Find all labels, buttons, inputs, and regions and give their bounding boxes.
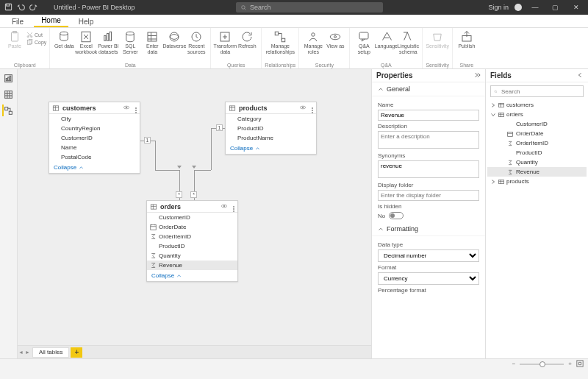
tree-table-customers[interactable]: customers xyxy=(487,100,587,110)
fields-search[interactable] xyxy=(490,85,584,97)
view-as-button[interactable]: View as xyxy=(324,30,346,49)
more-icon[interactable] xyxy=(135,103,137,113)
sensitivity-button[interactable]: Sensitivity xyxy=(426,30,448,49)
tree-table-products[interactable]: products xyxy=(487,177,587,186)
tree-field[interactable]: OrderDate xyxy=(487,129,587,138)
signin-link[interactable]: Sign in xyxy=(488,4,509,11)
avatar[interactable] xyxy=(514,4,522,11)
collapse-link[interactable]: Collapse xyxy=(147,270,237,281)
model-view-button[interactable] xyxy=(2,105,14,116)
field[interactable]: ProductName xyxy=(226,133,316,143)
pbi-datasets-button[interactable]: Power BI datasets xyxy=(97,30,119,54)
undo-icon[interactable] xyxy=(17,3,25,13)
table-icon xyxy=(498,179,504,185)
tree-table-orders[interactable]: orders xyxy=(487,110,587,119)
refresh-button[interactable]: Refresh xyxy=(236,30,258,49)
qa-setup-button[interactable]: Q&A setup xyxy=(353,30,375,54)
prop-syn-input[interactable]: revenue xyxy=(378,160,479,178)
field-selected[interactable]: Revenue xyxy=(147,261,237,270)
close-button[interactable]: ✕ xyxy=(569,4,584,11)
dataverse-button[interactable]: Dataverse xyxy=(163,30,185,49)
paste-button[interactable]: Paste xyxy=(3,30,26,49)
redo-icon[interactable] xyxy=(29,3,37,13)
collapse-link[interactable]: Collapse xyxy=(49,162,140,173)
table-customers[interactable]: customers City CountryRegion CustomerID … xyxy=(49,102,140,174)
fields-pane: Fields customers orders CustomerID Order… xyxy=(485,69,588,358)
field[interactable]: Name xyxy=(49,143,140,152)
prop-format-select[interactable]: Currency xyxy=(378,272,479,285)
section-formatting[interactable]: Formatting xyxy=(372,222,485,236)
visibility-icon[interactable] xyxy=(123,104,133,113)
tree-field-selected[interactable]: Revenue xyxy=(487,167,587,177)
tab-nav-prev[interactable]: ◄ xyxy=(18,350,24,355)
tab-all-tables[interactable]: All tables xyxy=(32,347,69,358)
report-view-button[interactable] xyxy=(3,72,15,84)
field[interactable]: ProductID xyxy=(147,241,237,251)
field[interactable]: OrderItemID xyxy=(147,232,237,241)
save-icon[interactable] xyxy=(4,3,12,13)
field[interactable]: CustomerID xyxy=(49,133,140,143)
more-icon[interactable] xyxy=(312,103,313,113)
tab-file[interactable]: File xyxy=(4,16,31,27)
zoom-slider[interactable] xyxy=(520,364,564,365)
fit-to-page-button[interactable] xyxy=(576,360,584,369)
add-tab-button[interactable]: + xyxy=(71,347,82,358)
prop-hidden-toggle[interactable] xyxy=(389,212,404,219)
enter-data-button[interactable]: Enter data xyxy=(141,30,163,54)
manage-relationships-button[interactable]: Manage relationships xyxy=(268,30,292,54)
manage-roles-button[interactable]: Manage roles xyxy=(302,30,324,54)
field[interactable]: CountryRegion xyxy=(49,124,140,133)
field[interactable]: CustomerID xyxy=(147,213,237,222)
fields-search-input[interactable] xyxy=(500,88,580,96)
expand-pane-icon[interactable] xyxy=(576,71,584,80)
visibility-icon[interactable] xyxy=(299,104,309,113)
collapse-pane-icon[interactable] xyxy=(473,71,481,80)
tab-help[interactable]: Help xyxy=(71,16,101,27)
field[interactable]: OrderDate xyxy=(147,222,237,232)
field[interactable]: PostalCode xyxy=(49,152,140,162)
zoom-out-button[interactable]: − xyxy=(512,361,516,367)
field[interactable]: Quantity xyxy=(147,251,237,261)
window-title: Untitled - Power BI Desktop xyxy=(42,4,135,11)
svg-point-38 xyxy=(302,107,304,108)
tree-field[interactable]: ProductID xyxy=(487,148,587,157)
ribbon: Paste Cut Copy Clipboard Get data Excel … xyxy=(0,28,588,69)
cut-button[interactable]: Cut xyxy=(26,32,46,38)
tree-field[interactable]: Quantity xyxy=(487,157,587,167)
collapse-link[interactable]: Collapse xyxy=(226,143,316,154)
get-data-button[interactable]: Get data xyxy=(53,30,75,49)
prop-name-input[interactable] xyxy=(378,110,479,121)
svg-point-16 xyxy=(170,32,179,41)
maximize-button[interactable]: ▢ xyxy=(548,4,563,11)
title-search[interactable]: Search xyxy=(236,2,383,13)
field[interactable]: ProductID xyxy=(226,124,316,133)
table-products[interactable]: products Category ProductID ProductName … xyxy=(225,102,317,155)
prop-desc-input[interactable] xyxy=(378,131,479,149)
sql-server-button[interactable]: SQL Server xyxy=(119,30,141,54)
publish-button[interactable]: Publish xyxy=(456,30,478,49)
more-icon[interactable] xyxy=(233,202,234,212)
relationship-line[interactable] xyxy=(211,128,212,170)
zoom-in-button[interactable]: + xyxy=(568,361,572,367)
prop-folder-input[interactable] xyxy=(378,190,479,201)
copy-button[interactable]: Copy xyxy=(26,39,46,46)
data-view-button[interactable] xyxy=(3,88,15,100)
linguistic-schema-button[interactable]: Linguistic schema xyxy=(397,30,419,54)
relationship-line[interactable] xyxy=(155,141,156,170)
excel-button[interactable]: Excel workbook xyxy=(75,30,97,54)
visibility-icon[interactable] xyxy=(220,202,231,211)
tree-field[interactable]: CustomerID xyxy=(487,119,587,129)
table-orders[interactable]: orders CustomerID OrderDate OrderItemID … xyxy=(146,200,238,282)
field[interactable]: City xyxy=(49,114,140,124)
section-general[interactable]: General xyxy=(372,82,485,96)
tree-field[interactable]: OrderItemID xyxy=(487,138,587,148)
prop-dtype-select[interactable]: Decimal number xyxy=(378,249,479,262)
tab-home[interactable]: Home xyxy=(34,15,68,27)
minimize-button[interactable]: — xyxy=(528,4,542,11)
field[interactable]: Category xyxy=(226,114,316,124)
language-button[interactable]: Language xyxy=(375,30,397,49)
tab-nav-next[interactable]: ► xyxy=(24,350,31,355)
recent-sources-button[interactable]: Recent sources xyxy=(185,30,207,54)
transform-data-button[interactable]: Transform data xyxy=(214,30,236,54)
model-canvas[interactable]: customers City CountryRegion CustomerID … xyxy=(18,69,371,358)
